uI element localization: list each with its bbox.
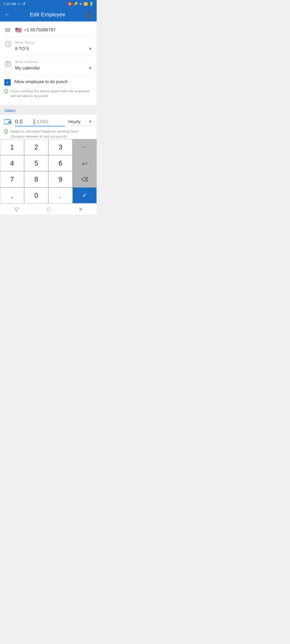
country-flag: 🇺🇸	[15, 27, 22, 33]
key-2[interactable]: 2	[24, 139, 48, 155]
nav-back-button[interactable]: ▽	[15, 206, 19, 213]
allow-punch-label: Allow employee to do punch	[14, 79, 68, 85]
salary-currency: (USD)	[37, 119, 48, 124]
clock-icon	[4, 41, 12, 49]
work-calendar-content: Work Calendar My calendar ▼	[15, 60, 92, 75]
key-dot[interactable]: .	[48, 187, 73, 203]
signal-icon: ↺	[22, 2, 26, 6]
nav-bar: ▽ □ ≡	[0, 203, 97, 215]
calendar-icon	[4, 60, 12, 68]
salary-type-chevron: ▼	[88, 119, 92, 124]
status-bar-right: ▶ 🔑 ✳ 📶 🔋	[68, 2, 93, 6]
work-calendar-value: My calendar	[15, 65, 40, 71]
salary-card: 0.0 (USD) Hourly ▼ i Salary is calculate…	[0, 115, 97, 139]
keyboard-row-4: , 0 . ✓	[0, 187, 97, 203]
key-7[interactable]: 7	[0, 171, 24, 187]
key-9[interactable]: 9	[48, 171, 73, 187]
keyboard-row-1: 1 2 3 −	[0, 139, 97, 155]
work-calendar-label: Work Calendar	[15, 60, 92, 64]
phone-number-value: +1 6575089797	[24, 27, 56, 33]
work-timing-chevron: ▼	[88, 46, 92, 51]
bluetooth-icon: ✳	[79, 2, 82, 6]
keyboard-row-2: 4 5 6	[0, 155, 97, 171]
video-icon: ▭	[18, 2, 21, 6]
key-8[interactable]: 8	[24, 171, 48, 187]
svg-point-9	[9, 122, 10, 123]
wifi-icon: 📶	[84, 2, 88, 6]
app-bar: ← Edit Employee 🎧	[0, 8, 97, 21]
salary-section-label: Salary	[0, 105, 97, 115]
phone-field-row: ☎ 🇺🇸 +1 6575089797	[4, 25, 92, 37]
phone-icon: ☎	[4, 27, 11, 33]
salary-type-value: Hourly	[68, 119, 81, 124]
salary-value: 0.0	[15, 119, 31, 125]
keyboard-row-3: 7 8 9	[0, 171, 97, 187]
work-timing-content: Work Timing 8 TO 5 ▼	[15, 41, 92, 56]
key-1[interactable]: 1	[0, 139, 24, 155]
scroll-content: ☎ 🇺🇸 +1 6575089797 Work Timing 8 TO 5 ▼	[0, 21, 97, 139]
salary-type-dropdown[interactable]: Hourly ▼	[68, 119, 92, 126]
key-4[interactable]: 4	[0, 155, 24, 171]
employee-details-card: ☎ 🇺🇸 +1 6575089797 Work Timing 8 TO 5 ▼	[0, 21, 97, 105]
salary-info-row: i Salary is calculated based on working …	[4, 129, 92, 139]
key-0[interactable]: 0	[24, 187, 48, 203]
key-5[interactable]: 5	[24, 155, 48, 171]
key-comma[interactable]: ,	[0, 187, 24, 203]
svg-rect-5	[7, 64, 8, 65]
key-6[interactable]: 6	[48, 155, 73, 171]
key-confirm[interactable]: ✓	[73, 187, 97, 203]
key-3[interactable]: 3	[48, 139, 73, 155]
key-backspace[interactable]	[73, 171, 97, 187]
key-minus[interactable]: −	[73, 139, 97, 155]
key-icon: 🔑	[74, 2, 78, 6]
nav-recents-button[interactable]: ≡	[79, 206, 82, 212]
status-bar-left: 7:15 AM ▭ ↺	[3, 2, 26, 6]
record-icon: ▶	[68, 2, 72, 6]
headset-icon[interactable]: 🎧	[85, 11, 92, 18]
work-calendar-dropdown[interactable]: My calendar ▼	[15, 65, 92, 72]
punch-info-icon: i	[4, 89, 8, 94]
work-timing-label: Work Timing	[15, 41, 92, 45]
number-keyboard: 1 2 3 − 4 5 6 7 8 9 , 0 . ✓	[0, 139, 97, 203]
allow-punch-checkbox[interactable]: ✓	[4, 79, 11, 86]
work-timing-dropdown[interactable]: 8 TO 5 ▼	[15, 46, 92, 53]
nav-home-button[interactable]: □	[47, 206, 50, 212]
svg-rect-6	[8, 64, 9, 65]
work-calendar-row: Work Calendar My calendar ▼	[4, 56, 92, 75]
salary-icon	[4, 119, 12, 126]
salary-input-row: 0.0 (USD) Hourly ▼	[4, 119, 92, 126]
punch-info-text: If you uncheck the above option then the…	[11, 89, 92, 98]
status-bar: 7:15 AM ▭ ↺ ▶ 🔑 ✳ 📶 🔋	[0, 0, 97, 8]
allow-punch-row: ✓ Allow employee to do punch	[4, 75, 92, 87]
work-calendar-chevron: ▼	[88, 66, 92, 71]
back-button[interactable]: ←	[4, 11, 10, 18]
battery-icon: 🔋	[89, 2, 93, 6]
work-timing-row: Work Timing 8 TO 5 ▼	[4, 37, 92, 56]
status-time: 7:15 AM	[3, 2, 16, 6]
punch-info-row: i If you uncheck the above option then t…	[4, 87, 92, 101]
work-timing-value: 8 TO 5	[15, 46, 29, 52]
salary-text-cursor	[34, 119, 34, 125]
salary-input-area[interactable]: 0.0 (USD)	[15, 119, 65, 126]
salary-info-icon: i	[4, 129, 8, 134]
checkbox-check-icon: ✓	[6, 80, 9, 85]
key-return[interactable]	[73, 155, 97, 171]
page-title: Edit Employee	[30, 12, 66, 18]
salary-info-text: Salary is calculated based on working ho…	[10, 129, 92, 139]
